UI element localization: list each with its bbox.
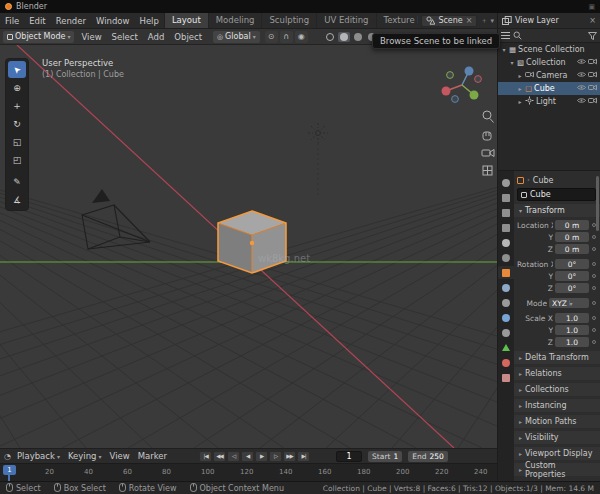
location-y-field[interactable]: 0 m: [555, 232, 589, 242]
tool-annotate[interactable]: ✎: [8, 173, 26, 190]
shading-wireframe-icon[interactable]: [324, 32, 336, 42]
scene-selector[interactable]: Scene ×: [421, 15, 477, 27]
outliner-row-scene-collection[interactable]: ▾▦Scene Collection: [498, 43, 600, 56]
props-tab-view-layer[interactable]: [498, 221, 514, 234]
scene-unlink-button[interactable]: ×: [466, 16, 473, 25]
timeline-menu-keying[interactable]: Keying▾: [64, 451, 106, 461]
frame-end-field[interactable]: End 250: [408, 451, 448, 462]
viewport-canvas[interactable]: [0, 45, 497, 448]
render-visibility-icon[interactable]: [588, 97, 597, 106]
editor-type-icon[interactable]: ◔: [4, 452, 11, 461]
animate-decorator-icon[interactable]: [592, 301, 596, 305]
gizmo-x-axis[interactable]: [442, 87, 451, 96]
toggle-ortho-icon[interactable]: [483, 166, 492, 175]
gizmo-y-axis[interactable]: [470, 91, 479, 100]
play-button[interactable]: ▶: [255, 451, 268, 462]
scale-y-field[interactable]: 1.0: [555, 325, 589, 335]
section-custom-properties[interactable]: ▸Custom Properties: [514, 463, 600, 476]
render-visibility-icon[interactable]: [588, 58, 597, 67]
location-x-field[interactable]: 0 m: [555, 220, 589, 230]
props-tab-output[interactable]: [498, 206, 514, 219]
gizmo-z-axis[interactable]: [465, 67, 474, 76]
orientation-dropdown[interactable]: ◎ Global ▾: [213, 31, 260, 43]
rotation-z-field[interactable]: 0°: [555, 283, 589, 293]
menu-edit[interactable]: Edit: [24, 16, 50, 26]
outliner-row-light[interactable]: ▸Light: [498, 95, 600, 108]
new-scene-button[interactable]: ＋: [480, 16, 487, 26]
expander-icon[interactable]: ▾: [501, 46, 507, 53]
light-object[interactable]: [308, 123, 328, 195]
tab-modeling[interactable]: Modeling: [209, 13, 263, 28]
pivot-point-icon[interactable]: ⊙: [265, 31, 278, 43]
tool-rotate[interactable]: ↻: [8, 115, 26, 132]
tab-texture-paint[interactable]: Texture Paint: [377, 13, 419, 28]
shading-solid-icon[interactable]: [338, 32, 350, 42]
menu-select[interactable]: Select: [107, 32, 143, 42]
props-tab-object-data[interactable]: [498, 341, 514, 354]
outliner-row-camera[interactable]: ▸Camera: [498, 69, 600, 82]
browse-scene-button[interactable]: ▾: [490, 17, 494, 25]
props-tab-modifiers[interactable]: [498, 281, 514, 294]
timeline-menu-playback[interactable]: Playback▾: [13, 451, 64, 461]
props-tab-physics[interactable]: [498, 311, 514, 324]
rotation-mode-field[interactable]: XYZ Euler▾: [549, 298, 589, 308]
section-delta-transform[interactable]: ▸Delta Transform: [514, 351, 600, 364]
menu-help[interactable]: Help: [134, 16, 163, 26]
outliner-row-collection[interactable]: ▾▧Collection: [498, 56, 600, 69]
pan-hand-icon[interactable]: [483, 132, 491, 140]
prev-frame-button[interactable]: ◁: [227, 451, 240, 462]
location-z-field[interactable]: 0 m: [555, 244, 589, 254]
gizmo-z-neg[interactable]: [452, 96, 459, 103]
play-reverse-button[interactable]: ◀: [241, 451, 254, 462]
menu-view[interactable]: View: [76, 32, 106, 42]
menu-window[interactable]: Window: [91, 16, 135, 26]
section-motion-paths[interactable]: ▸Motion Paths: [514, 415, 600, 428]
animate-decorator-icon[interactable]: [592, 274, 596, 278]
frame-start-field[interactable]: Start 1: [368, 451, 402, 462]
prev-keyframe-button[interactable]: ◀◀: [213, 451, 226, 462]
timeline-ruler[interactable]: 120406080100120140160180200220240 1: [0, 463, 497, 481]
zoom-icon[interactable]: [483, 111, 494, 123]
menu-object[interactable]: Object: [169, 32, 207, 42]
camera-object[interactable]: [82, 189, 150, 249]
view-layer-remove-button[interactable]: ×: [589, 16, 596, 25]
tool-transform[interactable]: ◰: [8, 151, 26, 168]
expander-icon[interactable]: ▾: [509, 59, 515, 66]
tab-sculpting[interactable]: Sculpting: [262, 13, 317, 28]
tool-measure[interactable]: ∡: [8, 191, 26, 208]
filter-icon[interactable]: [588, 32, 597, 40]
tool-select-box[interactable]: ➤: [8, 61, 26, 78]
animate-decorator-icon[interactable]: [592, 328, 596, 332]
section-instancing[interactable]: ▸Instancing: [514, 399, 600, 412]
rotation-x-field[interactable]: 0°: [555, 259, 589, 269]
outliner-row-cube[interactable]: ▸▢Cube: [498, 82, 600, 95]
props-tab-material[interactable]: [498, 356, 514, 369]
view-layer-selector[interactable]: View Layer ×: [497, 13, 600, 28]
props-tab-tool[interactable]: [498, 176, 514, 189]
props-tab-world[interactable]: [498, 251, 514, 264]
next-frame-button[interactable]: ▷: [269, 451, 282, 462]
props-tab-constraints[interactable]: [498, 326, 514, 339]
visibility-eye-icon[interactable]: [577, 58, 586, 67]
tab-layout[interactable]: Layout: [165, 13, 209, 28]
props-tab-particles[interactable]: [498, 296, 514, 309]
shading-material-preview-icon[interactable]: [352, 32, 364, 42]
transform-section-header[interactable]: ▾ Transform: [514, 204, 600, 217]
animate-decorator-icon[interactable]: [592, 340, 596, 344]
jump-end-button[interactable]: ▶|: [297, 451, 310, 462]
rotation-y-field[interactable]: 0°: [555, 271, 589, 281]
visibility-eye-icon[interactable]: [577, 84, 586, 93]
section-viewport-display[interactable]: ▸Viewport Display: [514, 447, 600, 460]
props-tab-scene[interactable]: [498, 236, 514, 249]
object-name-field[interactable]: Cube: [517, 188, 596, 201]
viewport-3d[interactable]: ➤⊕+↻◱◰✎∡ User Perspective (1) Collection…: [0, 45, 497, 448]
timeline-menu-marker[interactable]: Marker: [134, 451, 171, 461]
snap-magnet-icon[interactable]: ∩: [280, 31, 293, 43]
editor-type-icon[interactable]: [501, 31, 510, 40]
expander-icon[interactable]: ▸: [517, 98, 523, 105]
expander-icon[interactable]: ▸: [517, 72, 523, 79]
section-collections[interactable]: ▸Collections: [514, 383, 600, 396]
menu-render[interactable]: Render: [51, 16, 91, 26]
playhead-badge[interactable]: 1: [3, 465, 16, 475]
jump-start-button[interactable]: |◀: [199, 451, 212, 462]
